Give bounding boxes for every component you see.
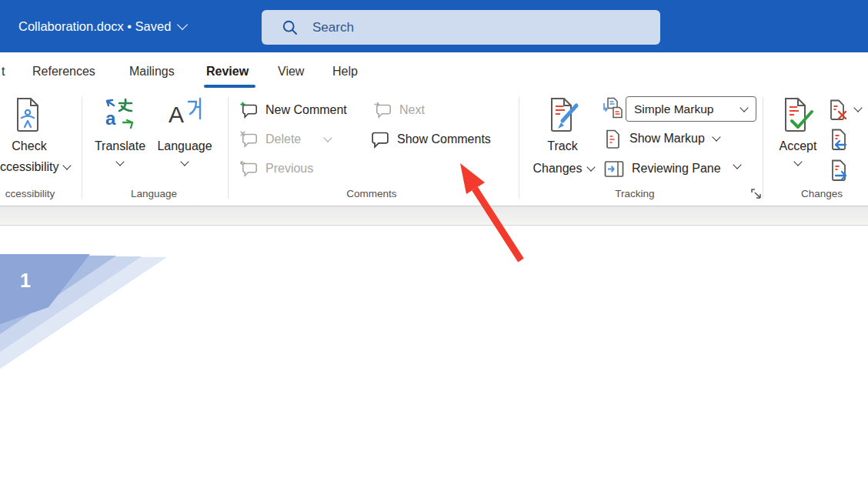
- delete-comment-icon: [240, 131, 259, 148]
- group-label-tracking: Tracking: [589, 188, 681, 200]
- next-comment-icon: [374, 102, 392, 119]
- chevron-down-icon: [177, 19, 188, 30]
- document-title-menu[interactable]: Collaboration.docx • Saved: [18, 0, 186, 52]
- check-accessibility-label-line2[interactable]: ccessibility: [0, 157, 70, 177]
- svg-text:a: a: [105, 108, 116, 129]
- next-comment-button[interactable]: Next: [374, 100, 425, 120]
- language-button[interactable]: A: [169, 97, 202, 129]
- group-divider: [228, 97, 229, 199]
- new-comment-icon: [240, 102, 259, 119]
- chevron-down-icon: [115, 157, 124, 166]
- show-comments-button[interactable]: Show Comments: [371, 129, 491, 149]
- translate-button[interactable]: a: [104, 97, 136, 129]
- search-placeholder: Search: [312, 20, 354, 35]
- group-divider: [519, 97, 519, 199]
- tab-mailings[interactable]: Mailings: [129, 52, 175, 91]
- display-for-review-value: Simple Markup: [634, 102, 741, 116]
- group-label-language: Language: [108, 188, 200, 200]
- check-accessibility-button[interactable]: [12, 97, 43, 132]
- show-markup-icon: [605, 129, 621, 149]
- accept-changes-icon: [781, 97, 815, 134]
- language-label[interactable]: Language: [154, 139, 215, 153]
- tab-references[interactable]: References: [32, 52, 95, 91]
- accessibility-document-icon: [12, 97, 43, 132]
- chevron-down-icon[interactable]: [853, 103, 862, 112]
- track-changes-icon: [546, 97, 581, 134]
- tab-view[interactable]: View: [278, 52, 304, 91]
- previous-change-button[interactable]: [829, 129, 850, 152]
- ruler-strip: [0, 206, 868, 226]
- document-title: Collaboration.docx • Saved: [18, 19, 171, 34]
- tracking-dialog-launcher[interactable]: [751, 189, 762, 199]
- track-changes-label-line1[interactable]: Track: [532, 139, 593, 153]
- display-for-review-icon[interactable]: [603, 97, 623, 119]
- ribbon: Check ccessibility ccessibility a Transl…: [0, 91, 868, 206]
- chevron-down-icon: [63, 161, 72, 169]
- language-icon: A: [169, 97, 202, 129]
- tab-partial-layout[interactable]: t: [2, 52, 5, 91]
- translate-icon: a: [104, 97, 136, 129]
- group-divider: [82, 97, 82, 199]
- active-tab-indicator: [204, 85, 255, 88]
- title-bar: Collaboration.docx • Saved Search: [0, 0, 868, 52]
- group-label-accessibility: ccessibility: [0, 188, 60, 200]
- page-number: 1: [20, 270, 31, 292]
- accept-button[interactable]: [781, 97, 815, 134]
- previous-change-icon: [829, 129, 850, 152]
- chevron-down-icon: [733, 160, 741, 169]
- cover-triangles-graphic: [0, 226, 177, 380]
- chevron-down-icon: [586, 162, 595, 171]
- ribbon-tab-row: t References Mailings Review View Help: [0, 52, 868, 91]
- track-changes-button[interactable]: [546, 97, 581, 134]
- accept-label[interactable]: Accept: [767, 139, 829, 153]
- next-change-icon: [829, 159, 850, 183]
- new-comment-button[interactable]: New Comment: [240, 100, 347, 120]
- chevron-down-icon: [793, 157, 802, 166]
- chevron-down-icon: [712, 132, 720, 141]
- reject-button[interactable]: [829, 99, 849, 121]
- previous-comment-button[interactable]: Previous: [240, 159, 313, 179]
- show-markup-button[interactable]: Show Markup: [605, 129, 719, 149]
- group-label-changes: Changes: [776, 188, 868, 200]
- group-label-comments: Comments: [326, 188, 418, 200]
- check-accessibility-label-line1[interactable]: Check: [0, 139, 60, 153]
- search-input[interactable]: Search: [262, 10, 660, 45]
- search-icon: [282, 19, 299, 36]
- reviewing-pane-icon: [604, 159, 624, 179]
- reviewing-pane-button[interactable]: Reviewing Pane: [604, 159, 721, 179]
- show-comments-icon: [371, 131, 390, 149]
- chevron-down-icon: [739, 103, 748, 112]
- delete-comment-button[interactable]: Delete: [240, 129, 331, 149]
- group-divider: [763, 97, 763, 199]
- display-for-review-dropdown[interactable]: Simple Markup: [626, 96, 756, 122]
- chevron-down-icon: [324, 133, 332, 142]
- previous-comment-icon: [240, 160, 259, 177]
- tab-help[interactable]: Help: [332, 52, 358, 91]
- next-change-button[interactable]: [829, 159, 850, 183]
- track-changes-label-line2[interactable]: Changes: [520, 159, 606, 179]
- document-page[interactable]: 1: [0, 226, 868, 489]
- chevron-down-icon: [180, 157, 189, 166]
- word-window: Collaboration.docx • Saved Search t Refe…: [0, 0, 868, 489]
- reject-changes-icon: [829, 99, 849, 121]
- svg-text:A: A: [169, 102, 184, 127]
- translate-label[interactable]: Translate: [89, 139, 151, 153]
